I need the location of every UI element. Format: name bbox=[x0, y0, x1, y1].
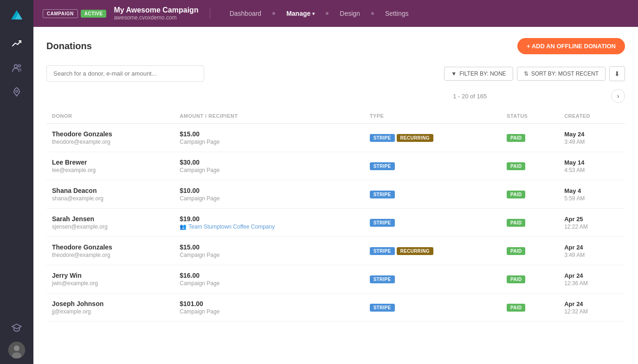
campaign-badge: CAMPAIGN bbox=[43, 9, 78, 18]
type-cell: STRIPE bbox=[364, 152, 501, 180]
page-content: Donations + ADD AN OFFLINE DONATION ▼ FI… bbox=[33, 27, 638, 364]
donor-email: sjensen@example.org bbox=[52, 224, 168, 230]
recipient: Campaign Page bbox=[180, 252, 358, 258]
type-cell: STRIPERECURRING bbox=[364, 237, 501, 265]
donor-cell: Joseph Johnsonjj@example.org bbox=[46, 294, 174, 322]
status-cell: PAID bbox=[501, 180, 559, 209]
nav-settings[interactable]: Settings bbox=[380, 7, 413, 20]
donor-cell: Shana Deaconshana@example.org bbox=[46, 180, 174, 209]
campaign-title-block: My Awesome Campaign awesome.cvoxdemo.com bbox=[114, 6, 198, 21]
donation-amount: $10.00 bbox=[180, 187, 358, 194]
svg-point-7 bbox=[14, 345, 19, 351]
filter-button[interactable]: ▼ FILTER BY: NONE bbox=[444, 67, 513, 81]
status-badge: PAID bbox=[507, 275, 525, 283]
stripe-tag: STRIPE bbox=[370, 304, 395, 312]
toolbar-right: ▼ FILTER BY: NONE ⇅ SORT BY: MOST RECENT… bbox=[444, 66, 625, 81]
table-row[interactable]: Lee Brewerlee@example.org$30.00Campaign … bbox=[46, 152, 625, 180]
manage-chevron-icon: ▾ bbox=[312, 11, 315, 16]
main-content: CAMPAIGN ACTIVE My Awesome Campaign awes… bbox=[33, 0, 638, 364]
nav-dashboard[interactable]: Dashboard bbox=[225, 7, 266, 20]
amount-cell: $16.00Campaign Page bbox=[174, 265, 364, 294]
recurring-tag: RECURRING bbox=[397, 134, 433, 142]
created-time: 4:53 AM bbox=[564, 167, 619, 173]
amount-cell: $30.00Campaign Page bbox=[174, 152, 364, 180]
campaign-url: awesome.cvoxdemo.com bbox=[114, 14, 198, 21]
donor-name: Theodore Gonzales bbox=[52, 243, 168, 251]
table-row[interactable]: Theodore Gonzalestheodore@example.org$15… bbox=[46, 237, 625, 265]
created-cell: May 45:59 AM bbox=[559, 180, 625, 209]
status-badge: PAID bbox=[507, 134, 525, 142]
nav-dot-1 bbox=[272, 12, 275, 15]
donor-cell: Lee Brewerlee@example.org bbox=[46, 152, 174, 180]
table-row[interactable]: Sarah Jensensjensen@example.org$19.00👥Te… bbox=[46, 209, 625, 237]
created-date: May 4 bbox=[564, 187, 619, 194]
app-logo[interactable] bbox=[7, 6, 26, 24]
recipient: Campaign Page bbox=[180, 308, 358, 315]
nav-manage[interactable]: Manage ▾ bbox=[282, 7, 319, 20]
created-date: Apr 24 bbox=[564, 272, 619, 279]
filter-icon: ▼ bbox=[451, 70, 457, 77]
amount-cell: $10.00Campaign Page bbox=[174, 180, 364, 209]
recipient: Campaign Page bbox=[180, 167, 358, 173]
donation-amount: $15.00 bbox=[180, 130, 358, 138]
pagination-info: 1 - 20 of 165 bbox=[329, 93, 612, 100]
campaign-badges: CAMPAIGN ACTIVE bbox=[43, 9, 106, 18]
status-cell: PAID bbox=[501, 209, 559, 237]
table-row[interactable]: Shana Deaconshana@example.org$10.00Campa… bbox=[46, 180, 625, 209]
table-body: Theodore Gonzalestheodore@example.org$15… bbox=[46, 124, 625, 322]
col-created: CREATED bbox=[559, 109, 625, 124]
table-row[interactable]: Joseph Johnsonjj@example.org$101.00Campa… bbox=[46, 294, 625, 322]
recurring-tag: RECURRING bbox=[397, 247, 433, 255]
recipient: Campaign Page bbox=[180, 139, 358, 145]
status-badge: PAID bbox=[507, 247, 525, 255]
stripe-tag: STRIPE bbox=[370, 275, 395, 283]
status-badge: PAID bbox=[507, 219, 525, 227]
add-offline-donation-button[interactable]: + ADD AN OFFLINE DONATION bbox=[517, 38, 625, 54]
donor-email: theodore@example.org bbox=[52, 139, 168, 145]
donations-table: DONOR AMOUNT / RECIPIENT TYPE STATUS CRE… bbox=[46, 109, 625, 322]
donor-cell: Sarah Jensensjensen@example.org bbox=[46, 209, 174, 237]
svg-point-2 bbox=[14, 65, 18, 68]
search-input[interactable] bbox=[46, 65, 204, 82]
type-cell: STRIPE bbox=[364, 180, 501, 209]
created-date: May 24 bbox=[564, 131, 619, 138]
type-cell: STRIPERECURRING bbox=[364, 124, 501, 152]
sort-button[interactable]: ⇅ SORT BY: MOST RECENT bbox=[517, 67, 606, 81]
nav-dot-3 bbox=[371, 12, 374, 15]
created-date: Apr 25 bbox=[564, 216, 619, 223]
sidebar-item-rocket[interactable] bbox=[6, 82, 27, 102]
sidebar-item-users[interactable] bbox=[6, 57, 27, 78]
table-row[interactable]: Jerry Winjwin@example.org$16.00Campaign … bbox=[46, 265, 625, 294]
sidebar bbox=[0, 0, 33, 364]
created-time: 5:59 AM bbox=[564, 195, 619, 202]
created-time: 12:36 AM bbox=[564, 280, 619, 287]
svg-point-4 bbox=[16, 90, 18, 92]
campaign-name: My Awesome Campaign bbox=[114, 6, 198, 14]
page-title: Donations bbox=[46, 41, 92, 51]
donation-amount: $30.00 bbox=[180, 159, 358, 166]
status-cell: PAID bbox=[501, 152, 559, 180]
amount-cell: $15.00Campaign Page bbox=[174, 124, 364, 152]
pagination-next-button[interactable]: › bbox=[611, 89, 625, 103]
created-cell: Apr 2412:36 AM bbox=[559, 265, 625, 294]
donor-name: Joseph Johnson bbox=[52, 300, 168, 307]
col-type: TYPE bbox=[364, 109, 501, 124]
created-time: 12:32 AM bbox=[564, 308, 619, 315]
user-avatar[interactable] bbox=[8, 342, 25, 358]
nav-design[interactable]: Design bbox=[335, 7, 365, 20]
table-row[interactable]: Theodore Gonzalestheodore@example.org$15… bbox=[46, 124, 625, 152]
donor-email: lee@example.org bbox=[52, 167, 168, 173]
created-cell: May 243:49 AM bbox=[559, 124, 625, 152]
top-navigation: Dashboard Manage ▾ Design Settings bbox=[225, 7, 413, 20]
download-button[interactable]: ⬇ bbox=[609, 66, 625, 81]
donor-cell: Theodore Gonzalestheodore@example.org bbox=[46, 237, 174, 265]
pagination-bar: 1 - 20 of 165 › bbox=[46, 89, 625, 103]
table-header: DONOR AMOUNT / RECIPIENT TYPE STATUS CRE… bbox=[46, 109, 625, 124]
sidebar-item-graduation[interactable] bbox=[6, 318, 27, 338]
stripe-tag: STRIPE bbox=[370, 219, 395, 227]
amount-cell: $15.00Campaign Page bbox=[174, 237, 364, 265]
created-date: Apr 24 bbox=[564, 244, 619, 251]
sidebar-item-chart[interactable] bbox=[6, 33, 27, 54]
created-cell: Apr 2512:22 AM bbox=[559, 209, 625, 237]
created-time: 3:49 AM bbox=[564, 139, 619, 145]
